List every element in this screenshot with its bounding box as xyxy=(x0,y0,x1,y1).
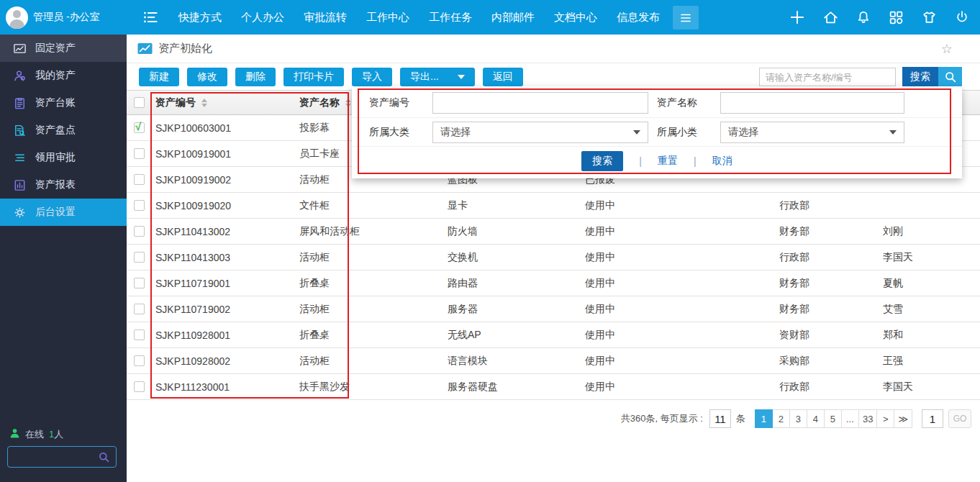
nav-item-0[interactable]: 快捷方式 xyxy=(178,11,222,24)
print-card-button[interactable]: 打印卡片 xyxy=(283,68,344,86)
cell-department: 资财部 xyxy=(779,329,883,342)
quick-search-input[interactable] xyxy=(759,68,896,86)
nav-item-4[interactable]: 工作任务 xyxy=(429,11,472,24)
back-button[interactable]: 返回 xyxy=(483,68,523,86)
power-icon[interactable] xyxy=(954,9,970,25)
select-all-checkbox[interactable] xyxy=(134,97,145,108)
table-row: SJKP110413003活动柜交换机使用中行政部李国天 xyxy=(127,245,980,270)
sidebar-item-4[interactable]: 领用审批 xyxy=(0,144,127,171)
apps-icon[interactable] xyxy=(888,9,904,26)
cell-checkbox xyxy=(134,174,155,185)
avatar[interactable] xyxy=(6,6,28,29)
cell-device-name: 服务器硬盘 xyxy=(448,381,585,394)
sort-icon[interactable] xyxy=(201,99,207,107)
nav-item-1[interactable]: 个人办公 xyxy=(241,11,284,24)
row-checkbox[interactable] xyxy=(134,278,145,288)
nav-item-2[interactable]: 审批流转 xyxy=(304,11,347,24)
cell-device-name: 显卡 xyxy=(448,199,585,212)
person-icon xyxy=(13,69,27,83)
sidebar-item-label: 后台设置 xyxy=(35,206,76,219)
column-header-asset-code[interactable]: 资产编号 xyxy=(155,96,196,109)
top-bar: 管理员 -办公室 快捷方式个人办公审批流转工作中心工作任务内部邮件文档中心信息发… xyxy=(0,0,980,35)
nav-item-5[interactable]: 内部邮件 xyxy=(491,11,535,24)
asset-name-input[interactable] xyxy=(720,92,904,114)
export-button[interactable]: 导出... xyxy=(400,68,475,86)
nav-item-7[interactable]: 信息发布 xyxy=(617,11,660,24)
cell-user: 艾雪 xyxy=(883,303,980,316)
quick-search-group: 搜索 xyxy=(759,67,962,87)
cell-asset-code: SJKP110413003 xyxy=(155,252,299,263)
page-button->[interactable]: > xyxy=(876,409,894,428)
sidebar-item-label: 我的资产 xyxy=(35,69,76,82)
column-header-asset-name[interactable]: 资产名称 xyxy=(299,96,340,109)
search-icon[interactable] xyxy=(98,451,110,463)
page-button-2[interactable]: 2 xyxy=(772,409,790,428)
sort-icon[interactable] xyxy=(345,99,351,107)
edit-button[interactable]: 修改 xyxy=(187,68,227,86)
page-button-4[interactable]: 4 xyxy=(807,409,825,428)
major-category-select[interactable]: 请选择 xyxy=(432,122,648,143)
popup-cancel-link[interactable]: 取消 xyxy=(712,155,732,168)
cell-asset-name: 活动柜 xyxy=(299,251,448,264)
quick-search-button[interactable]: 搜索 xyxy=(902,67,938,87)
sidebar-item-6[interactable]: 后台设置 xyxy=(0,199,127,226)
row-checkbox[interactable] xyxy=(134,200,145,211)
add-icon[interactable] xyxy=(789,9,806,26)
cell-department: 采购部 xyxy=(779,355,883,368)
nav-item-6[interactable]: 文档中心 xyxy=(554,11,597,24)
cell-asset-name: 扶手黑沙发 xyxy=(299,381,448,394)
shirt-icon[interactable] xyxy=(921,9,938,26)
page-button-1[interactable]: 1 xyxy=(755,409,773,428)
nav-item-3[interactable]: 工作中心 xyxy=(366,11,409,24)
cell-checkbox: √ xyxy=(134,122,155,133)
popup-reset-link[interactable]: 重置 xyxy=(658,155,678,168)
top-nav: 快捷方式个人办公审批流转工作中心工作任务内部邮件文档中心信息发布 xyxy=(178,11,660,24)
page-button-3[interactable]: 3 xyxy=(789,409,807,428)
hamburger-menu-button[interactable] xyxy=(673,6,699,29)
popup-search-button[interactable]: 搜索 xyxy=(581,151,623,171)
row-checkbox[interactable]: √ xyxy=(134,122,145,133)
pagination-total-label: 共360条, 每页显示 : xyxy=(621,412,703,425)
delete-button[interactable]: 删除 xyxy=(235,68,276,86)
row-checkbox[interactable] xyxy=(134,355,145,366)
sidebar-item-3[interactable]: 资产盘点 xyxy=(0,117,127,144)
row-checkbox[interactable] xyxy=(134,174,145,185)
bell-icon[interactable] xyxy=(856,9,871,25)
row-checkbox[interactable] xyxy=(134,148,145,159)
user-menu[interactable]: 管理员 -办公室 xyxy=(0,0,127,35)
page-button-33[interactable]: 33 xyxy=(858,409,877,428)
row-checkbox[interactable] xyxy=(134,252,145,263)
page-button-≫[interactable]: ≫ xyxy=(894,409,912,428)
asset-code-input[interactable] xyxy=(432,92,648,114)
home-icon[interactable] xyxy=(822,9,839,26)
row-checkbox[interactable] xyxy=(134,226,145,237)
page-button-5[interactable]: 5 xyxy=(824,409,842,428)
sidebar-item-label: 资产报表 xyxy=(35,178,76,191)
row-checkbox[interactable] xyxy=(134,381,145,392)
minor-category-select[interactable]: 请选择 xyxy=(720,122,904,143)
sidebar-item-5[interactable]: 资产报表 xyxy=(0,171,127,199)
page-button-...[interactable]: ... xyxy=(841,409,859,428)
cell-department: 财务部 xyxy=(779,303,883,316)
search-icon[interactable] xyxy=(938,67,962,87)
goto-page-input[interactable] xyxy=(922,409,943,428)
list-lines-icon xyxy=(13,151,27,165)
favorite-star-icon[interactable]: ☆ xyxy=(941,41,953,57)
area-chart-icon xyxy=(137,42,153,55)
sidebar-item-1[interactable]: 我的资产 xyxy=(0,62,127,89)
chevron-down-icon xyxy=(633,130,640,135)
online-person-icon xyxy=(9,428,20,441)
page-size-box[interactable]: 11 xyxy=(709,409,731,428)
go-button[interactable]: GO xyxy=(948,409,971,428)
new-button[interactable]: 新建 xyxy=(139,68,179,86)
sidebar-item-2[interactable]: 资产台账 xyxy=(0,89,127,117)
cell-checkbox xyxy=(134,200,155,211)
cell-use-status: 使用中 xyxy=(585,381,779,394)
row-checkbox[interactable] xyxy=(134,329,145,340)
row-checkbox[interactable] xyxy=(134,304,145,314)
import-button[interactable]: 导入 xyxy=(352,68,392,86)
menu-outline-icon[interactable] xyxy=(141,8,160,27)
cell-checkbox xyxy=(134,304,155,314)
sidebar-item-0[interactable]: 固定资产 xyxy=(0,35,127,62)
sidebar-search-input[interactable] xyxy=(8,447,98,467)
